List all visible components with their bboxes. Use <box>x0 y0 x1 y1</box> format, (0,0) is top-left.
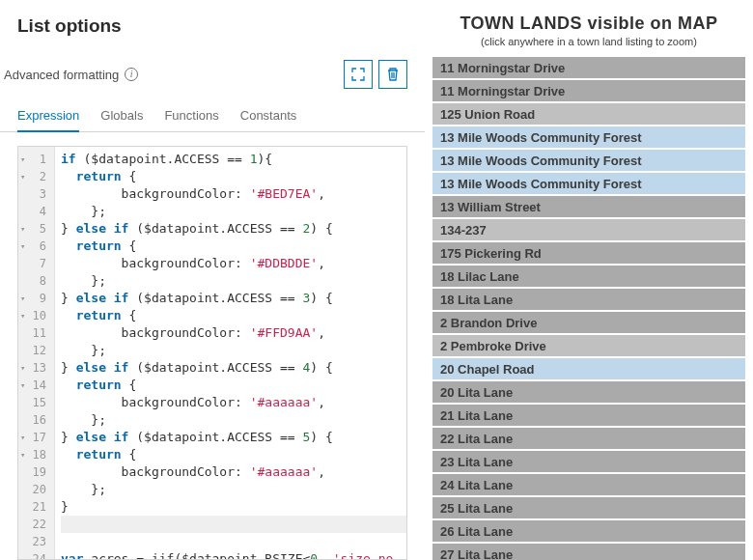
code-line[interactable]: } else if ($datapoint.ACCESS == 4) { <box>61 359 406 377</box>
code-line[interactable]: return { <box>61 238 406 255</box>
list-item[interactable]: 25 Lita Lane <box>432 497 745 520</box>
code-editor[interactable]: 123456789101112131415161718192021222324 … <box>17 146 407 560</box>
code-line[interactable] <box>61 516 406 533</box>
tabs: Expression Globals Functions Constants <box>0 98 425 132</box>
list-item[interactable]: 2 Pembroke Drive <box>432 335 745 358</box>
town-lands-list: 11 Morningstar Drive11 Morningstar Drive… <box>432 57 745 560</box>
list-item[interactable]: 13 Mile Woods Community Forest <box>432 126 745 150</box>
advanced-row: Advanced formatting i <box>0 42 425 98</box>
list-item[interactable]: 26 Lita Lane <box>432 520 745 544</box>
trash-icon <box>385 67 401 82</box>
tab-globals[interactable]: Globals <box>100 102 143 131</box>
list-item[interactable]: 27 Lita Lane <box>432 544 745 560</box>
code-content[interactable]: if ($datapoint.ACCESS == 1){ return { ba… <box>55 147 406 559</box>
list-item[interactable]: 18 Lita Lane <box>432 289 745 312</box>
code-line[interactable]: backgroundColor: '#FFD9AA', <box>61 324 406 342</box>
advanced-formatting-label: Advanced formatting <box>4 68 119 82</box>
code-line[interactable]: backgroundColor: '#aaaaaa', <box>61 463 406 481</box>
expand-button[interactable] <box>344 60 373 89</box>
code-line[interactable]: } <box>61 498 406 516</box>
list-item[interactable]: 22 Lita Lane <box>432 428 745 451</box>
list-item[interactable]: 11 Morningstar Drive <box>432 57 745 80</box>
code-line[interactable]: }; <box>61 411 406 429</box>
page-title: List options <box>0 0 425 42</box>
left-panel: List options Advanced formatting i <box>0 0 425 560</box>
list-item[interactable]: 125 Union Road <box>432 103 745 126</box>
code-line[interactable]: return { <box>61 168 406 185</box>
code-line[interactable]: var acres = iif($datapoint.RSIZE<0, 'siz… <box>61 550 406 559</box>
code-line[interactable]: backgroundColor: '#DDBDDE', <box>61 255 406 272</box>
list-item[interactable]: 13 Mile Woods Community Forest <box>432 150 745 173</box>
tab-expression[interactable]: Expression <box>17 102 79 132</box>
list-subtitle: (click anywhere in a town land listing t… <box>432 36 745 47</box>
code-line[interactable] <box>61 533 406 550</box>
line-number-gutter: 123456789101112131415161718192021222324 <box>18 147 55 559</box>
list-item[interactable]: 20 Chapel Road <box>432 358 745 381</box>
code-line[interactable]: backgroundColor: '#BED7EA', <box>61 185 406 203</box>
code-line[interactable]: return { <box>61 307 406 324</box>
code-line[interactable]: return { <box>61 377 406 394</box>
list-item[interactable]: 175 Pickering Rd <box>432 242 745 266</box>
list-item[interactable]: 23 Lita Lane <box>432 451 745 474</box>
list-item[interactable]: 20 Lita Lane <box>432 381 745 405</box>
list-item[interactable]: 2 Brandon Drive <box>432 312 745 335</box>
code-line[interactable]: }; <box>61 342 406 359</box>
info-icon[interactable]: i <box>125 68 138 81</box>
right-panel: TOWN LANDS visible on MAP (click anywher… <box>425 0 753 560</box>
tab-constants[interactable]: Constants <box>240 102 297 131</box>
code-line[interactable]: return { <box>61 446 406 463</box>
list-item[interactable]: 21 Lita Lane <box>432 405 745 428</box>
code-line[interactable]: }; <box>61 272 406 290</box>
code-line[interactable]: } else if ($datapoint.ACCESS == 2) { <box>61 220 406 238</box>
expand-icon <box>350 67 366 82</box>
list-item[interactable]: 13 William Street <box>432 196 745 219</box>
code-line[interactable]: }; <box>61 481 406 498</box>
code-line[interactable]: }; <box>61 203 406 220</box>
list-item[interactable]: 24 Lita Lane <box>432 474 745 497</box>
code-line[interactable]: } else if ($datapoint.ACCESS == 3) { <box>61 290 406 307</box>
code-line[interactable]: if ($datapoint.ACCESS == 1){ <box>61 151 406 168</box>
delete-button[interactable] <box>378 60 407 89</box>
list-item[interactable]: 18 Lilac Lane <box>432 266 745 289</box>
code-line[interactable]: } else if ($datapoint.ACCESS == 5) { <box>61 429 406 446</box>
list-item[interactable]: 13 Mile Woods Community Forest <box>432 173 745 196</box>
tab-functions[interactable]: Functions <box>164 102 218 131</box>
list-item[interactable]: 134-237 <box>432 219 745 242</box>
code-line[interactable]: backgroundColor: '#aaaaaa', <box>61 394 406 411</box>
list-title: TOWN LANDS visible on MAP <box>432 14 745 34</box>
list-item[interactable]: 11 Morningstar Drive <box>432 80 745 103</box>
